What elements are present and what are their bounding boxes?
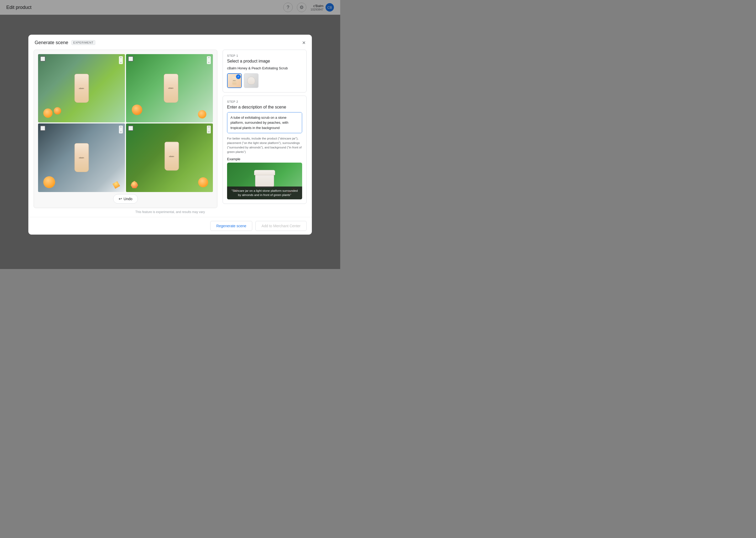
undo-button[interactable]: ↩ Undo: [113, 194, 138, 204]
modal-overlay: Generate scene EXPERIMENT × ⌃⌄: [0, 0, 340, 269]
thumbnail-2[interactable]: [244, 73, 259, 88]
cell-checkbox-2[interactable]: [128, 56, 133, 62]
image-cell-2[interactable]: eBalm ⌃⌄: [126, 54, 213, 123]
thumbnail-1[interactable]: eBalm ✓: [227, 73, 242, 88]
modal-title: Generate scene: [35, 40, 68, 45]
undo-label: Undo: [124, 197, 132, 201]
product-tube-1: [74, 74, 89, 103]
cell-arrows-2[interactable]: ⌃⌄: [207, 56, 211, 64]
experiment-badge: EXPERIMENT: [71, 40, 95, 45]
step1-label: STEP 1: [227, 54, 302, 57]
cell-arrows-3[interactable]: ⌃⌄: [119, 126, 123, 134]
step1-heading: Select a product image: [227, 59, 302, 64]
description-hint: For better results, include the product …: [227, 136, 302, 154]
step1-card: STEP 1 Select a product image cBalm Hone…: [223, 50, 307, 92]
example-caption: "Skincare jar on a light stone platform …: [227, 187, 302, 199]
add-to-merchant-button[interactable]: Add to Merchant Center: [256, 221, 307, 231]
regenerate-button[interactable]: Regenerate scene: [210, 221, 252, 231]
cell-checkbox-3[interactable]: [40, 126, 45, 131]
undo-icon: ↩: [118, 196, 122, 201]
image-thumbs: eBalm ✓: [227, 73, 302, 88]
thumb-check-1: ✓: [236, 74, 241, 79]
cell-checkbox-4[interactable]: [128, 126, 133, 131]
image-cell-4[interactable]: eBalm ⌃⌄: [126, 124, 213, 192]
step2-label: STEP 2: [227, 100, 302, 103]
modal-header: Generate scene EXPERIMENT ×: [28, 35, 312, 50]
experimental-note: This feature is experimental, and result…: [28, 208, 312, 217]
step2-card: STEP 2 Enter a description of the scene …: [223, 96, 307, 204]
modal-footer: Regenerate scene Add to Merchant Center: [28, 217, 312, 235]
step2-heading: Enter a description of the scene: [227, 105, 302, 110]
cell-arrows-1[interactable]: ⌃⌄: [119, 56, 123, 64]
image-cell-1[interactable]: ⌃⌄: [38, 54, 125, 123]
cell-checkbox-1[interactable]: [40, 56, 45, 62]
right-panel: STEP 1 Select a product image cBalm Hone…: [223, 50, 307, 208]
cell-arrows-4[interactable]: ⌃⌄: [207, 126, 211, 134]
modal: Generate scene EXPERIMENT × ⌃⌄: [28, 35, 312, 235]
close-button[interactable]: ×: [301, 39, 307, 47]
left-panel: ⌃⌄ eBalm ⌃⌄ eBalm: [34, 50, 217, 208]
example-label: Example: [227, 157, 302, 161]
modal-body: ⌃⌄ eBalm ⌃⌄ eBalm: [28, 50, 312, 208]
image-cell-3[interactable]: eBalm ⌃⌄: [38, 124, 125, 192]
image-grid: ⌃⌄ eBalm ⌃⌄ eBalm: [38, 54, 213, 192]
description-textarea[interactable]: [227, 112, 302, 133]
product-name: cBalm Honey & Peach Exfoliating Scrub: [227, 66, 302, 70]
example-image: "Skincare jar on a light stone platform …: [227, 163, 302, 199]
